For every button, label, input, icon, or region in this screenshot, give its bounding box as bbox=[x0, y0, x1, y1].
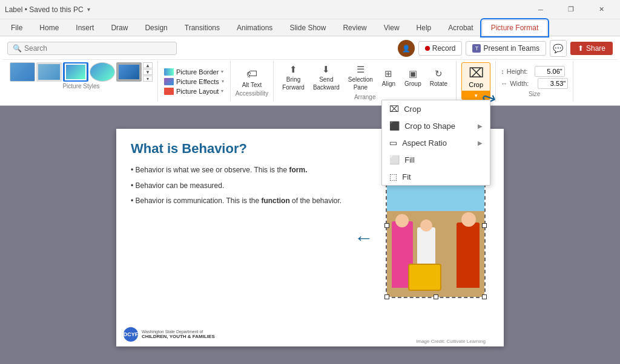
crop-menu-ratio[interactable]: ▭ Aspect Ratio ▶ bbox=[382, 134, 490, 151]
resize-handle-mr[interactable] bbox=[482, 223, 487, 228]
tab-slideshow[interactable]: Slide Show bbox=[281, 20, 334, 36]
close-button[interactable]: ✕ bbox=[587, 0, 615, 19]
comment-icon: 💬 bbox=[553, 44, 563, 53]
teams-button[interactable]: T Present in Teams bbox=[466, 41, 546, 56]
pic-style-1[interactable] bbox=[10, 62, 35, 82]
picture-border-button[interactable]: Picture Border ▾ bbox=[162, 67, 226, 77]
crop-menu-fill-label: Fill bbox=[404, 155, 415, 164]
pic-style-3[interactable] bbox=[63, 62, 88, 82]
crop-menu-fit-label: Fit bbox=[402, 172, 411, 181]
picture-layout-caret: ▾ bbox=[221, 88, 223, 94]
picture-styles-label: Picture Styles bbox=[10, 83, 153, 89]
image-credit: Image Credit: Cultivate Learning bbox=[416, 339, 486, 344]
height-row: ↕ Height: bbox=[501, 66, 568, 77]
bring-forward-button[interactable]: ⬆ Bring Forward bbox=[279, 62, 308, 93]
crop-menu-shape-icon: ⬛ bbox=[389, 121, 400, 131]
crop-menu-fit-icon: ⬚ bbox=[389, 172, 397, 181]
ribbon: 🔍 👤 Record T Present in Teams 💬 ⬆ Share bbox=[0, 36, 620, 106]
tab-design[interactable]: Design bbox=[136, 20, 176, 36]
width-row: ↔ Width: bbox=[501, 78, 568, 89]
scroll-more-arrow[interactable]: ▾ bbox=[143, 76, 153, 82]
selection-pane-icon: ☰ bbox=[357, 64, 364, 75]
teams-label: Present in Teams bbox=[483, 44, 539, 53]
tricycle bbox=[408, 264, 441, 291]
tab-home[interactable]: Home bbox=[31, 20, 67, 36]
footer-logo: DCYF bbox=[124, 327, 138, 342]
comment-button[interactable]: 💬 bbox=[550, 40, 567, 57]
picture-format-group: Picture Border ▾ Picture Effects ▾ Pictu… bbox=[158, 61, 231, 102]
crop-menu-shape-label: Crop to Shape bbox=[404, 122, 455, 131]
selection-pane-button[interactable]: ☰ Selection Pane bbox=[345, 62, 377, 93]
tab-file[interactable]: File bbox=[2, 20, 31, 36]
crop-menu-shape[interactable]: ⬛ Crop to Shape ▶ bbox=[382, 117, 490, 134]
group-button[interactable]: ▣ Group bbox=[401, 67, 425, 89]
rotate-button[interactable]: ↻ Rotate bbox=[426, 67, 451, 89]
share-label: Share bbox=[586, 44, 605, 53]
record-dot-icon bbox=[425, 46, 430, 51]
picture-styles-row: ▲ ▼ ▾ bbox=[10, 62, 153, 82]
tab-help[interactable]: Help bbox=[408, 20, 440, 36]
resize-handle-bl[interactable] bbox=[384, 294, 389, 299]
resize-handle-bc[interactable] bbox=[434, 294, 438, 299]
tab-acrobat[interactable]: Acrobat bbox=[440, 20, 481, 36]
tab-transitions[interactable]: Transitions bbox=[176, 20, 228, 36]
pic-style-2[interactable] bbox=[36, 62, 62, 82]
rotate-icon: ↻ bbox=[435, 68, 443, 79]
footer-name: Washington State Department of bbox=[142, 330, 215, 334]
scroll-down-arrow[interactable]: ▼ bbox=[143, 69, 153, 75]
tab-review[interactable]: Review bbox=[334, 20, 375, 36]
search-input[interactable] bbox=[24, 44, 170, 53]
height-label: Height: bbox=[507, 68, 532, 75]
share-icon: ⬆ bbox=[578, 44, 584, 53]
send-backward-label: Send bbox=[319, 76, 333, 83]
footer-text-container: Washington State Department of CHILDREN,… bbox=[142, 330, 215, 339]
tab-bar: File Home Insert Draw Design Transitions… bbox=[0, 19, 620, 36]
pic-style-4[interactable] bbox=[90, 62, 115, 82]
picture-styles-group: ▲ ▼ ▾ Picture Styles bbox=[5, 61, 158, 102]
minimize-button[interactable]: ─ bbox=[527, 0, 555, 19]
person-3-head bbox=[461, 212, 476, 227]
crop-menu-fit[interactable]: ⬚ Fit bbox=[382, 168, 490, 185]
resize-handle-br[interactable] bbox=[482, 294, 487, 299]
picture-border-caret: ▾ bbox=[221, 69, 223, 74]
resize-handle-ml[interactable] bbox=[384, 223, 389, 228]
record-button[interactable]: Record bbox=[418, 41, 463, 56]
picture-effects-label: Picture Effects bbox=[176, 78, 219, 85]
ribbon-top: 🔍 👤 Record T Present in Teams 💬 ⬆ Share bbox=[2, 37, 618, 59]
tab-animations[interactable]: Animations bbox=[228, 20, 281, 36]
scroll-up-arrow[interactable]: ▲ bbox=[143, 62, 153, 68]
tab-view[interactable]: View bbox=[375, 20, 408, 36]
crop-menu-crop-icon: ⌧ bbox=[389, 104, 399, 114]
share-button[interactable]: ⬆ Share bbox=[570, 42, 613, 55]
record-label: Record bbox=[432, 44, 456, 53]
group-label: Group bbox=[404, 80, 421, 87]
crop-menu-fill[interactable]: ⬜ Fill bbox=[382, 151, 490, 168]
send-backward-button[interactable]: ⬇ Send Backward bbox=[309, 62, 343, 93]
pic-style-5[interactable] bbox=[116, 62, 142, 82]
picture-layout-button[interactable]: Picture Layout ▾ bbox=[162, 86, 226, 96]
maximize-button[interactable]: ❐ bbox=[557, 0, 585, 19]
height-icon: ↕ bbox=[501, 68, 504, 75]
slide-container: What is Behavior? • Behavior is what we … bbox=[0, 106, 620, 364]
tab-draw[interactable]: Draw bbox=[102, 20, 136, 36]
crop-menu-crop[interactable]: ⌧ Crop bbox=[382, 100, 490, 117]
arrow-annotation: → bbox=[354, 227, 374, 249]
tab-picture-format[interactable]: Picture Format bbox=[482, 20, 548, 36]
align-button[interactable]: ⊞ Align bbox=[378, 67, 400, 89]
person-3 bbox=[457, 223, 480, 288]
height-input[interactable] bbox=[535, 66, 565, 77]
crop-menu-crop-label: Crop bbox=[404, 105, 421, 114]
user-avatar[interactable]: 👤 bbox=[398, 40, 415, 57]
footer-dept: CHILDREN, YOUTH & FAMILIES bbox=[142, 334, 215, 339]
picture-border-label: Picture Border bbox=[176, 68, 219, 76]
title-dropdown-arrow[interactable]: ▾ bbox=[87, 6, 90, 13]
crop-menu-shape-arrow: ▶ bbox=[478, 123, 483, 129]
alt-text-button[interactable]: 🏷 Alt Text bbox=[239, 66, 266, 90]
picture-layout-label: Picture Layout bbox=[176, 88, 219, 95]
bring-forward-label: Bring bbox=[286, 76, 300, 83]
search-box[interactable]: 🔍 bbox=[7, 42, 177, 55]
picture-effects-button[interactable]: Picture Effects ▾ bbox=[162, 77, 226, 86]
tab-insert[interactable]: Insert bbox=[67, 20, 102, 36]
width-input[interactable] bbox=[538, 78, 568, 89]
person-1-head bbox=[395, 214, 409, 227]
